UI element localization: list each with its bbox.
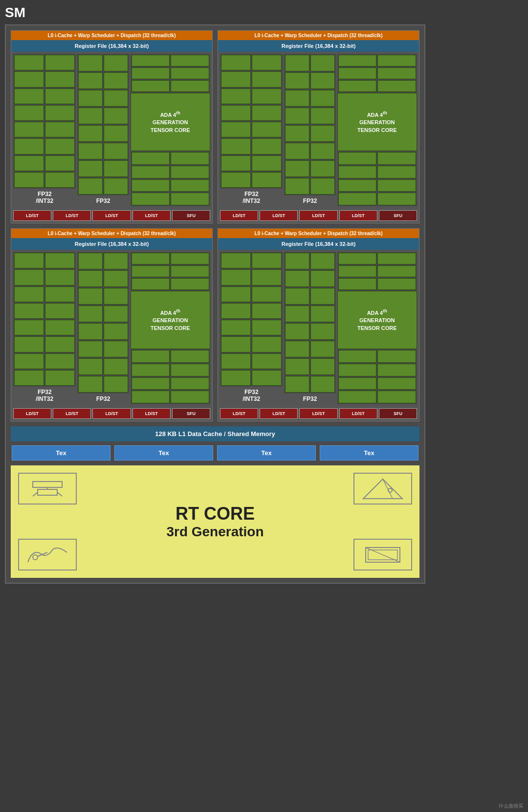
ldst-1-1: LD/ST — [13, 210, 51, 221]
warp-scheduler-1: L0 i-Cache + Warp Scheduler + Dispatch (… — [11, 31, 212, 40]
svg-point-5 — [33, 555, 38, 560]
svg-line-3 — [33, 492, 38, 496]
quadrant-2: L0 i-Cache + Warp Scheduler + Dispatch (… — [218, 30, 419, 223]
bottom-row-4: LD/ST LD/ST LD/ST LD/ST SFU — [218, 406, 419, 421]
rt-icon-bottom-right — [353, 539, 412, 571]
bottom-row-1: LD/ST LD/ST LD/ST LD/ST SFU — [11, 208, 212, 223]
fp32int32-label-4: FP32/INT32 — [220, 387, 283, 404]
rt-core-subtitle: 3rd Generation — [166, 524, 264, 540]
fp32-label-2: FP32 — [284, 196, 335, 206]
fp32-label-4: FP32 — [284, 394, 335, 404]
warp-scheduler-3: L0 i-Cache + Warp Scheduler + Dispatch (… — [11, 229, 212, 238]
svg-rect-1 — [38, 489, 57, 495]
register-file-2: Register File (16,384 x 32-bit) — [218, 40, 419, 52]
ldst-3-4: LD/ST — [132, 408, 171, 419]
register-file-4: Register File (16,384 x 32-bit) — [218, 238, 419, 250]
tex-4: Tex — [320, 445, 418, 461]
ldst-1-3: LD/ST — [92, 210, 131, 221]
sfu-4: SFU — [379, 408, 417, 419]
l1-cache: 128 KB L1 Data Cache / Shared Memory — [11, 426, 419, 441]
tensor-label-1: ADA 4thGENERATIONTENSOR CORE — [151, 110, 190, 134]
fp32-label-3: FP32 — [77, 394, 129, 404]
rt-core-center: RT CORE 3rd Generation — [166, 504, 264, 540]
bottom-row-2: LD/ST LD/ST LD/ST LD/ST SFU — [218, 208, 419, 223]
svg-line-4 — [57, 492, 62, 496]
rt-core-title: RT CORE — [166, 504, 264, 524]
ldst-3-2: LD/ST — [53, 408, 91, 419]
ldst-2-3: LD/ST — [299, 210, 337, 221]
tensor-label-4: ADA 4thGENERATIONTENSOR CORE — [357, 308, 397, 332]
quadrant-3: L0 i-Cache + Warp Scheduler + Dispatch (… — [11, 228, 213, 421]
ldst-2-4: LD/ST — [339, 210, 377, 221]
ldst-2-2: LD/ST — [260, 210, 298, 221]
ldst-3-3: LD/ST — [92, 408, 131, 419]
tex-1: Tex — [12, 445, 110, 461]
tensor-label-3: ADA 4thGENERATIONTENSOR CORE — [151, 308, 190, 332]
register-file-3: Register File (16,384 x 32-bit) — [11, 238, 212, 250]
quadrant-4: L0 i-Cache + Warp Scheduler + Dispatch (… — [218, 228, 419, 421]
ldst-4-4: LD/ST — [339, 408, 377, 419]
svg-marker-7 — [363, 479, 402, 499]
ldst-2-1: LD/ST — [220, 210, 258, 221]
sfu-2: SFU — [379, 210, 417, 221]
sm-label: SM — [5, 5, 425, 21]
ldst-1-2: LD/ST — [53, 210, 91, 221]
sfu-3: SFU — [172, 408, 210, 419]
ldst-1-4: LD/ST — [132, 210, 171, 221]
ldst-4-3: LD/ST — [299, 408, 337, 419]
fp32-label-1: FP32 — [77, 196, 129, 206]
rt-icon-bottom-left — [18, 539, 77, 571]
ldst-3-1: LD/ST — [13, 408, 51, 419]
quadrant-1: L0 i-Cache + Warp Scheduler + Dispatch (… — [11, 30, 213, 223]
tensor-label-2: ADA 4thGENERATIONTENSOR CORE — [357, 110, 397, 134]
bottom-row-3: LD/ST LD/ST LD/ST LD/ST SFU — [11, 406, 212, 421]
fp32int32-label-3: FP32/INT32 — [13, 387, 76, 404]
tex-2: Tex — [114, 445, 213, 461]
rt-icon-top-right — [353, 473, 412, 505]
tex-row: Tex Tex Tex Tex — [11, 445, 419, 461]
fp32int32-label-2: FP32/INT32 — [220, 189, 283, 206]
rt-icon-top-left — [18, 473, 77, 505]
ldst-4-2: LD/ST — [260, 408, 298, 419]
main-container: L0 i-Cache + Warp Scheduler + Dispatch (… — [5, 24, 425, 584]
rt-core-section: RT CORE 3rd Generation — [11, 465, 419, 578]
svg-rect-0 — [33, 482, 62, 487]
tex-3: Tex — [217, 445, 316, 461]
sfu-1: SFU — [172, 210, 210, 221]
warp-scheduler-4: L0 i-Cache + Warp Scheduler + Dispatch (… — [218, 229, 419, 238]
warp-scheduler-2: L0 i-Cache + Warp Scheduler + Dispatch (… — [218, 31, 419, 40]
ldst-4-1: LD/ST — [220, 408, 258, 419]
quadrant-row-top: L0 i-Cache + Warp Scheduler + Dispatch (… — [11, 30, 419, 223]
register-file-1: Register File (16,384 x 32-bit) — [11, 40, 212, 52]
quadrant-row-bottom: L0 i-Cache + Warp Scheduler + Dispatch (… — [11, 228, 419, 421]
fp32int32-label-1: FP32/INT32 — [13, 189, 76, 206]
